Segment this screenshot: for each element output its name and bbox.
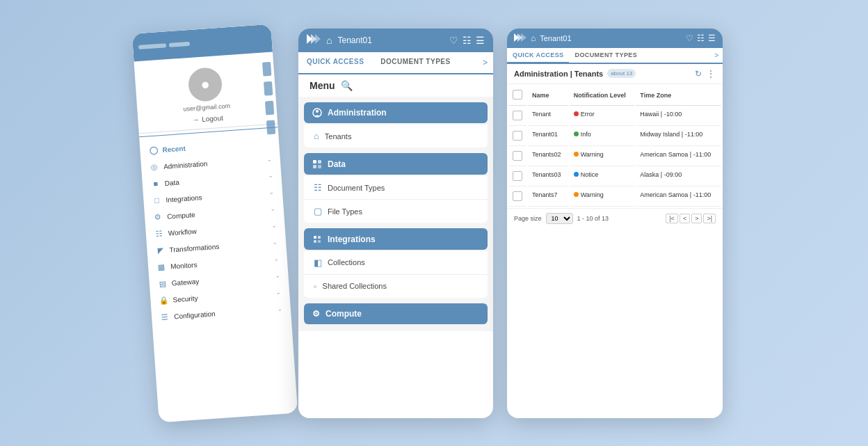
first-page-button[interactable]: |< [666,214,678,223]
menu-title: Menu [310,80,335,91]
section-header-admin[interactable]: Administration [304,102,488,124]
row-checkbox[interactable] [513,171,522,181]
item-label: Shared Collections [323,282,387,290]
table-footer: Page size 10 25 50 1 - 10 of 13 |< < > >… [507,208,723,228]
tab-document-types[interactable]: DOCUMENT TYPES [569,48,643,62]
right-panel: ⌂ Tenant01 ♡ ☷ ☰ QUICK ACCESS DOCUMENT T… [507,29,723,418]
table-row[interactable]: Tenants7 Warning American Samoa | -11:00 [508,188,721,207]
cell-name: Tenants02 [528,148,568,166]
menu-icon[interactable]: ☰ [708,33,716,43]
home-icon[interactable]: ⌂ [326,35,332,46]
table-row[interactable]: Tenant Error Hawaii | -10:00 [508,107,721,126]
th-timezone: Time Zone [636,86,721,106]
section-header-data[interactable]: Data [304,153,488,175]
menu-item-collections[interactable]: ◧ Collections [304,251,488,275]
cell-notification: Info [570,127,635,146]
file-icon: ▢ [314,206,322,216]
bell-icon[interactable]: ♡ [686,33,693,43]
menu-item-shared-collections[interactable]: ◦ Shared Collections [304,275,488,298]
menu-item-label: Workflow [168,222,267,237]
menu-item-label: Integrations [166,189,265,203]
section-header-integrations[interactable]: Integrations [304,228,488,250]
item-label: Collections [328,258,365,266]
menu-item-document-types[interactable]: ☷ Document Types [304,176,488,200]
last-page-button[interactable]: >| [703,214,716,223]
menu-item-tenants[interactable]: ⌂ Tenants [304,125,488,148]
config-icon: ☰ [160,311,170,321]
row-checkbox[interactable] [513,111,522,120]
section-title: Administration [328,108,387,118]
svg-rect-5 [318,165,321,168]
integrations-icon [312,234,322,244]
page-range: 1 - 10 of 13 [577,215,609,222]
cell-name: Tenant01 [528,127,568,146]
clock-icon: ◯ [148,145,159,155]
right-tabs: QUICK ACCESS DOCUMENT TYPES > [507,48,723,64]
info-dot [574,132,579,136]
table-row[interactable]: Tenants03 Notice Alaska | -09:00 [508,168,721,186]
svg-rect-8 [314,240,316,243]
search-icon[interactable]: 🔍 [341,80,353,91]
menu-item-label: Data [164,172,264,186]
header-checkbox[interactable] [513,90,522,99]
menu-item-file-types[interactable]: ▢ File Types [304,200,488,223]
right-header-icons: ♡ ☷ ☰ [686,33,716,43]
section-body-data: ☷ Document Types ▢ File Types [304,176,488,223]
th-notification: Notification Level [570,86,635,106]
logo-icon [307,34,321,47]
logout-row[interactable]: → Logout [192,113,223,123]
pagination-controls: |< < > >| [666,214,716,223]
header-bar-2 [169,41,190,47]
item-label: File Types [328,207,362,216]
menu-item-label: Compute [167,205,266,220]
data-icon [312,159,322,169]
row-checkbox[interactable] [513,151,522,161]
right-header: ⌂ Tenant01 ♡ ☷ ☰ [507,29,723,48]
admin-icon [312,108,322,118]
table-row[interactable]: Tenant01 Info Midway Island | -11:00 [508,127,721,146]
tab-document-types[interactable]: DOCUMENT TYPES [372,52,458,73]
tab-arrow[interactable]: > [710,48,723,63]
sidebar-bar [266,120,275,134]
svg-rect-4 [313,165,316,168]
row-checkbox[interactable] [513,131,522,141]
menu-item-label: Gateway [171,272,271,287]
menu-row: Menu 🔍 [298,74,493,97]
svg-rect-7 [318,236,321,239]
chevron-down-icon: ⌄ [277,305,282,312]
next-page-button[interactable]: > [691,214,702,223]
more-icon[interactable]: ⋮ [706,68,716,79]
section-header-compute[interactable]: ⚙ Compute [304,303,488,324]
svg-rect-3 [318,160,321,164]
database-icon: ■ [150,178,161,189]
section-body-admin: ⌂ Tenants [304,125,488,148]
table-row[interactable]: Tenants02 Warning American Samoa | -11:0… [508,148,721,166]
home-icon: ⌂ [314,131,319,141]
doc-icon[interactable]: ☷ [463,35,472,46]
sidebar-bars [259,58,279,137]
plug-icon: □ [152,195,162,205]
page-size-label: Page size [514,215,542,222]
tab-arrow[interactable]: > [477,52,493,73]
refresh-icon[interactable]: ↻ [695,69,702,79]
cell-timezone: American Samoa | -11:00 [636,148,721,166]
user-section: ● user@gmail.com → Logout [134,51,278,134]
chevron-down-icon: ⌄ [269,189,275,195]
tab-quick-access[interactable]: QUICK ACCESS [507,48,569,63]
svg-rect-6 [314,236,316,239]
page-size-select[interactable]: 10 25 50 [546,213,573,224]
home-icon[interactable]: ⌂ [531,33,536,43]
menu-icon[interactable]: ☰ [476,35,485,46]
row-checkbox[interactable] [513,191,522,201]
item-label: Tenants [325,132,352,141]
sidebar-bar [264,81,273,95]
tenants-table: Name Notification Level Time Zone Tenant… [507,84,723,208]
prev-page-button[interactable]: < [680,214,690,223]
menu-item-label: Transformations [169,239,268,253]
section-title: Integrations [328,234,376,244]
tab-quick-access[interactable]: QUICK ACCESS [298,52,372,74]
doc-icon[interactable]: ☷ [697,33,705,43]
svg-rect-9 [318,240,321,243]
collections-icon: ◧ [314,257,322,268]
bell-icon[interactable]: ♡ [449,35,458,46]
